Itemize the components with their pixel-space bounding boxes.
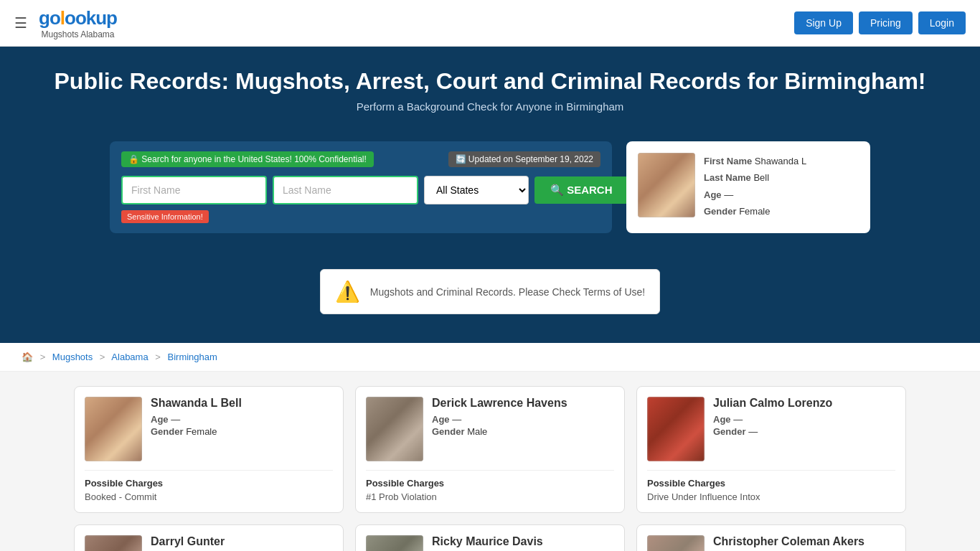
person-avatar (647, 397, 705, 461)
person-name: Shawanda L Bell (151, 397, 242, 410)
search-notice-update: 🔄 Updated on September 19, 2022 (448, 151, 600, 167)
cards-grid: Shawanda L Bell Age — Gender Female Poss… (74, 386, 906, 551)
charges-label: Possible Charges (85, 470, 333, 489)
warning-icon: ⚠️ (335, 280, 360, 303)
person-card-top: Christopher Coleman Akers Age 44 (647, 535, 895, 551)
person-info: Shawanda L Bell Age — Gender Female (151, 397, 242, 461)
person-name: Christopher Coleman Akers (713, 535, 864, 548)
pricing-button[interactable]: Pricing (859, 11, 913, 34)
first-name-input[interactable] (121, 176, 267, 204)
breadcrumb: 🏠 > Mugshots > Alabama > Birmingham (0, 343, 980, 372)
person-info: Darryl Gunter Age — (151, 535, 225, 551)
charges-label: Possible Charges (366, 470, 614, 489)
person-name: Julian Calmo Lorenzo (713, 397, 832, 410)
person-card-top: Shawanda L Bell Age — Gender Female (85, 397, 333, 461)
charges-label: Possible Charges (647, 470, 895, 489)
navbar-right: Sign Up Pricing Login (794, 11, 966, 34)
side-gender: Gender Female (704, 203, 806, 220)
warning-bar: ⚠️ Mugshots and Criminal Records. Please… (320, 269, 660, 314)
search-button[interactable]: 🔍 SEARCH (534, 176, 628, 204)
person-name: Ricky Maurice Davis (432, 535, 543, 548)
person-avatar (85, 397, 142, 461)
search-notices: 🔒 Search for anyone in the United States… (121, 151, 600, 170)
content: Shawanda L Bell Age — Gender Female Poss… (60, 372, 920, 551)
breadcrumb-sep2: > (100, 352, 105, 362)
person-card-top: Ricky Maurice Davis Age — (366, 535, 614, 551)
person-name: Derick Lawrence Havens (432, 397, 567, 410)
person-gender: Gender Male (432, 426, 567, 437)
person-info: Ricky Maurice Davis Age — (432, 535, 543, 551)
breadcrumb-home[interactable]: 🏠 (22, 352, 33, 362)
signup-button[interactable]: Sign Up (794, 11, 853, 34)
state-select[interactable]: All StatesAlabamaAlaskaArizonaArkansasCa… (424, 176, 529, 204)
person-age: Age — (432, 414, 567, 425)
person-card-top: Julian Calmo Lorenzo Age — Gender — (647, 397, 895, 461)
person-card[interactable]: Derick Lawrence Havens Age — Gender Male… (355, 386, 625, 513)
charges-value: #1 Prob Violation (366, 491, 614, 502)
hero-section: Public Records: Mugshots, Arrest, Court … (0, 47, 980, 141)
logo-text: golookup (39, 7, 117, 29)
login-button[interactable]: Login (918, 11, 966, 34)
person-card[interactable]: Shawanda L Bell Age — Gender Female Poss… (74, 386, 344, 513)
person-age: Age — (713, 414, 832, 425)
navbar: ☰ golookup Mugshots Alabama Sign Up Pric… (0, 0, 980, 47)
breadcrumb-sep1: > (40, 352, 46, 362)
charges-value: Drive Under Influence Intox (647, 491, 895, 502)
person-card[interactable]: Ricky Maurice Davis Age — (355, 524, 625, 551)
breadcrumb-birmingham[interactable]: Birmingham (168, 352, 217, 362)
person-age: Age — (151, 414, 242, 425)
charges-value: Booked - Commit (85, 491, 333, 502)
person-info: Christopher Coleman Akers Age 44 (713, 535, 864, 551)
person-card-top: Darryl Gunter Age — (85, 535, 333, 551)
main-wrapper: Shawanda L Bell Age — Gender Female Poss… (0, 372, 980, 551)
side-first-name: First Name Shawanda L (704, 153, 806, 169)
side-card-avatar (638, 153, 695, 217)
person-avatar (647, 535, 705, 551)
person-name: Darryl Gunter (151, 535, 225, 548)
breadcrumb-sep3: > (155, 352, 161, 362)
search-box: 🔒 Search for anyone in the United States… (110, 141, 612, 233)
hamburger-icon[interactable]: ☰ (14, 14, 27, 32)
person-gender: Gender — (713, 426, 832, 437)
sensitive-badge: Sensitive Information! (121, 210, 209, 223)
side-age: Age — (704, 187, 806, 203)
search-notice-green: 🔒 Search for anyone in the United States… (121, 151, 374, 167)
person-gender: Gender Female (151, 426, 242, 437)
person-card[interactable]: Julian Calmo Lorenzo Age — Gender — Poss… (636, 386, 906, 513)
search-section: 🔒 Search for anyone in the United States… (0, 141, 980, 255)
person-card[interactable]: Christopher Coleman Akers Age 44 (636, 524, 906, 551)
person-info: Julian Calmo Lorenzo Age — Gender — (713, 397, 832, 461)
side-card-info: First Name Shawanda L Last Name Bell Age… (704, 153, 806, 220)
breadcrumb-mugshots[interactable]: Mugshots (52, 352, 93, 362)
hero-subtitle: Perform a Background Check for Anyone in… (14, 100, 966, 113)
person-avatar (85, 535, 142, 551)
hero-title: Public Records: Mugshots, Arrest, Court … (14, 68, 966, 95)
logo[interactable]: golookup Mugshots Alabama (39, 7, 117, 39)
breadcrumb-alabama[interactable]: Alabama (111, 352, 148, 362)
person-avatar (366, 535, 423, 551)
side-last-name: Last Name Bell (704, 169, 806, 186)
logo-subtitle: Mugshots Alabama (39, 29, 117, 39)
navbar-left: ☰ golookup Mugshots Alabama (14, 7, 117, 39)
person-card-top: Derick Lawrence Havens Age — Gender Male (366, 397, 614, 461)
person-avatar (366, 397, 423, 461)
side-card[interactable]: First Name Shawanda L Last Name Bell Age… (626, 141, 870, 233)
warning-text: Mugshots and Criminal Records. Please Ch… (370, 286, 645, 298)
person-info: Derick Lawrence Havens Age — Gender Male (432, 397, 567, 461)
person-card[interactable]: Darryl Gunter Age — (74, 524, 344, 551)
search-inputs: All StatesAlabamaAlaskaArizonaArkansasCa… (121, 176, 600, 204)
last-name-input[interactable] (273, 176, 418, 204)
